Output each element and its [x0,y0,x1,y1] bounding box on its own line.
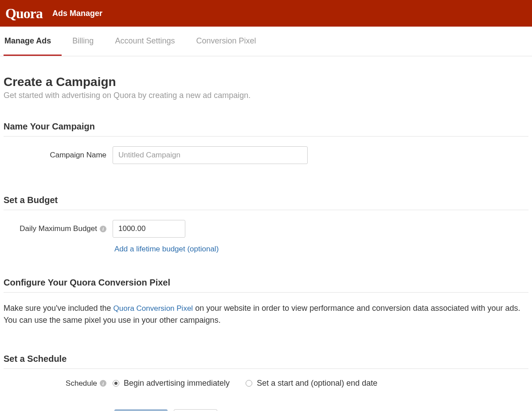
app-header: Quora Ads Manager [0,0,532,27]
campaign-name-label: Campaign Name [4,151,113,160]
radio-icon [113,380,119,387]
schedule-option-dates[interactable]: Set a start and (optional) end date [246,379,377,388]
section-heading-pixel: Configure Your Quora Conversion Pixel [4,278,528,293]
cancel-button[interactable]: Cancel [174,409,217,411]
section-heading-budget: Set a Budget [4,195,528,210]
quora-logo: Quora [5,5,43,22]
schedule-label: Schedule i [4,379,113,388]
daily-budget-row: Daily Maximum Budget i [4,220,528,238]
campaign-name-row: Campaign Name [4,146,528,164]
pixel-description: Make sure you've included the Quora Conv… [4,302,528,326]
nav-tabs: Manage Ads Billing Account Settings Conv… [0,27,532,56]
schedule-radio-group: Begin advertising immediately Set a star… [113,379,377,388]
tab-account-settings[interactable]: Account Settings [104,27,185,56]
button-row: Continue Cancel [114,409,528,411]
lifetime-budget-link[interactable]: Add a lifetime budget (optional) [114,245,219,253]
schedule-option-immediate[interactable]: Begin advertising immediately [113,379,230,388]
tab-billing[interactable]: Billing [62,27,104,56]
quora-conversion-pixel-link[interactable]: Quora Conversion Pixel [113,304,193,313]
info-icon[interactable]: i [100,226,106,232]
section-heading-schedule: Set a Schedule [4,354,528,369]
section-heading-name: Name Your Campaign [4,121,528,137]
tab-conversion-pixel[interactable]: Conversion Pixel [185,27,266,56]
header-title: Ads Manager [52,9,102,18]
page-content: Create a Campaign Get started with adver… [0,56,532,411]
page-title: Create a Campaign [4,75,528,89]
lifetime-budget-link-row: Add a lifetime budget (optional) [114,245,528,254]
radio-icon [246,380,252,387]
info-icon[interactable]: i [100,380,106,387]
campaign-name-input[interactable] [113,146,308,164]
schedule-row: Schedule i Begin advertising immediately… [4,379,528,388]
page-subtitle: Get started with advertising on Quora by… [4,91,528,100]
continue-button[interactable]: Continue [114,409,168,411]
daily-budget-label: Daily Maximum Budget i [4,224,113,233]
daily-budget-input[interactable] [113,220,185,238]
tab-manage-ads[interactable]: Manage Ads [4,27,62,56]
